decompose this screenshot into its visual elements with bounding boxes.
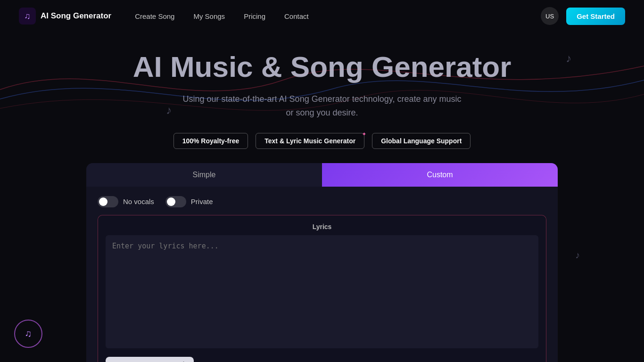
lyrics-footer: AI Lyrics Generate 0 / 3000 [106, 357, 538, 362]
nav-links: Create Song My Songs Pricing Contact [135, 12, 541, 20]
ai-lyrics-generate-button[interactable]: AI Lyrics Generate [106, 357, 194, 362]
private-knob [167, 197, 175, 206]
floating-note-icon: ♫ [22, 327, 35, 340]
hero-section: AI Music & Song Generator Using our stat… [0, 32, 644, 362]
no-vocals-toggle-item: No vocals [98, 196, 154, 207]
hero-title: AI Music & Song Generator [0, 51, 644, 83]
get-started-button[interactable]: Get Started [566, 8, 625, 25]
floating-music-widget[interactable]: ♫ [14, 320, 42, 348]
navbar-right: US Get Started [541, 7, 625, 25]
brand-icon: ♫ [19, 8, 36, 25]
tab-simple[interactable]: Simple [86, 163, 322, 187]
tabs: Simple Custom [86, 163, 558, 187]
badge-lyric-gen[interactable]: Text & Lyric Music Generator [256, 133, 364, 149]
nav-create-song[interactable]: Create Song [135, 12, 174, 20]
badge-royalty-free[interactable]: 100% Royalty-free [173, 133, 248, 149]
private-toggle[interactable] [165, 196, 186, 207]
private-toggle-item: Private [165, 196, 213, 207]
no-vocals-knob [99, 197, 107, 206]
hero-subtitle: Using our state-of-the-art AI Song Gener… [181, 92, 463, 120]
lyrics-label: Lyrics [106, 223, 538, 230]
toggles-row: No vocals Private [98, 196, 546, 207]
no-vocals-label: No vocals [123, 197, 154, 206]
main-card: Simple Custom No vocals Private [86, 163, 558, 362]
tab-custom[interactable]: Custom [322, 163, 558, 187]
no-vocals-toggle[interactable] [98, 196, 118, 207]
brand-name: AI Song Generator [41, 11, 111, 21]
badges-row: 100% Royalty-free Text & Lyric Music Gen… [0, 133, 644, 149]
nav-my-songs[interactable]: My Songs [193, 12, 225, 20]
nav-pricing[interactable]: Pricing [244, 12, 265, 20]
svg-text:♫: ♫ [24, 11, 31, 21]
svg-text:♫: ♫ [25, 328, 32, 338]
navbar: ♫ AI Song Generator Create Song My Songs… [0, 0, 644, 32]
lyrics-box: Lyrics AI Lyrics Generate 0 / 3000 [98, 215, 546, 362]
card-content: No vocals Private Lyrics AI Lyrics Gener… [86, 187, 558, 362]
badge-language[interactable]: Global Language Support [372, 133, 471, 149]
lyrics-textarea[interactable] [106, 235, 538, 348]
language-selector[interactable]: US [541, 7, 559, 25]
brand: ♫ AI Song Generator [19, 8, 111, 25]
nav-contact[interactable]: Contact [284, 12, 309, 20]
private-label: Private [191, 197, 213, 206]
